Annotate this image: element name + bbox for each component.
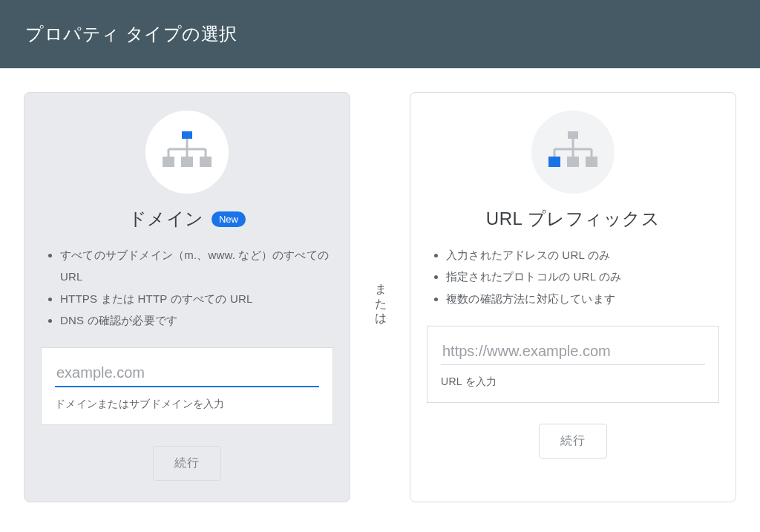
url-prefix-input[interactable] <box>441 338 705 365</box>
list-item: すべてのサブドメイン（m.、www. など）のすべての URL <box>60 244 333 288</box>
card-title-domain: ドメイン <box>128 207 204 231</box>
domain-icon-circle <box>145 111 229 194</box>
domain-bullet-list: すべてのサブドメイン（m.、www. など）のすべての URL HTTPS また… <box>41 244 333 331</box>
card-title-url-prefix: URL プレフィックス <box>486 207 660 231</box>
domain-input[interactable] <box>55 360 319 387</box>
list-item: HTTPS または HTTP のすべての URL <box>60 288 333 309</box>
list-item: 指定されたプロトコルの URL のみ <box>446 266 719 287</box>
continue-button-domain[interactable]: 続行 <box>153 446 221 481</box>
new-badge: New <box>212 211 246 227</box>
sitemap-domain-icon <box>161 131 213 173</box>
svg-rect-8 <box>200 157 212 167</box>
property-type-card-domain[interactable]: ドメイン New すべてのサブドメイン（m.、www. など）のすべての URL… <box>24 92 350 502</box>
list-item: 入力されたアドレスの URL のみ <box>446 244 719 266</box>
page-title: プロパティ タイプの選択 <box>25 24 238 44</box>
url-prefix-input-box: URL を入力 <box>427 326 719 403</box>
list-item: 複数の確認方法に対応しています <box>446 288 719 309</box>
domain-input-box: ドメインまたはサブドメインを入力 <box>41 347 333 425</box>
svg-rect-0 <box>182 131 192 139</box>
url-prefix-icon-circle <box>531 111 615 194</box>
svg-rect-15 <box>548 157 560 167</box>
card-title-row: URL プレフィックス <box>486 207 660 231</box>
continue-button-url-prefix[interactable]: 続行 <box>539 424 607 459</box>
card-title-row: ドメイン New <box>128 207 246 231</box>
content-area: ドメイン New すべてのサブドメイン（m.、www. など）のすべての URL… <box>0 68 760 502</box>
property-type-card-url-prefix[interactable]: URL プレフィックス 入力されたアドレスの URL のみ 指定されたプロトコル… <box>410 92 736 502</box>
sitemap-url-prefix-icon <box>547 131 599 173</box>
list-item: DNS の確認が必要です <box>60 309 333 331</box>
or-separator: または <box>350 92 410 502</box>
svg-rect-16 <box>567 157 579 167</box>
domain-input-helper: ドメインまたはサブドメインを入力 <box>55 398 319 411</box>
page-header: プロパティ タイプの選択 <box>0 0 760 68</box>
url-prefix-bullet-list: 入力されたアドレスの URL のみ 指定されたプロトコルの URL のみ 複数の… <box>427 244 719 309</box>
svg-rect-9 <box>568 131 578 139</box>
url-prefix-input-helper: URL を入力 <box>441 375 705 389</box>
svg-rect-6 <box>163 157 174 167</box>
svg-rect-7 <box>181 157 193 167</box>
svg-rect-17 <box>586 157 597 167</box>
